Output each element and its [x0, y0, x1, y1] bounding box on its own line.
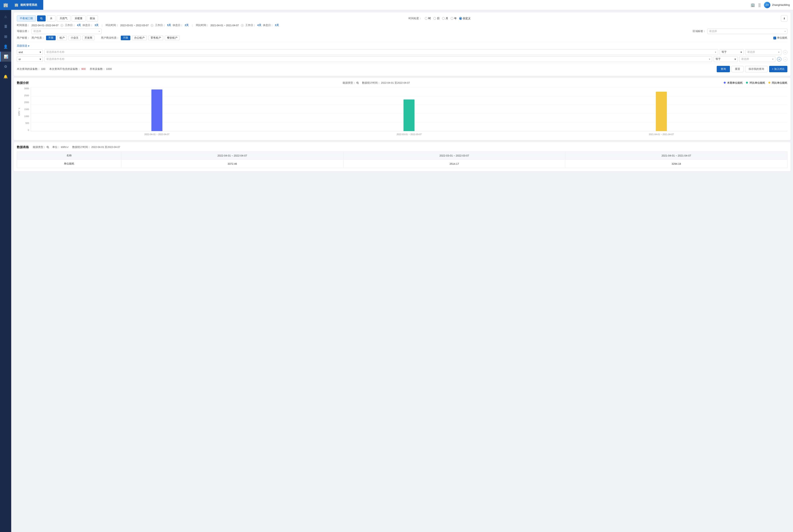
sidebar-item-alerts[interactable]: 🔔	[0, 72, 11, 82]
y-axis-label: kWh/㎡	[17, 109, 21, 116]
table-thead: 名称 2022-04-01 ~ 2022-04-07 2022-03-01 ~ …	[17, 152, 787, 159]
condition-val-1[interactable]: 请选择 ▾	[745, 49, 781, 55]
ring-info-icon[interactable]: ℹ	[151, 24, 153, 27]
advanced-filter-toggle[interactable]: 高级筛选 ▾	[17, 44, 787, 48]
energy-heat-btn[interactable]: 采暖量	[72, 15, 86, 21]
time-current-range: 2022-04-01~2022-04-07	[32, 24, 58, 27]
energy-diesel-btn[interactable]: 柴油	[87, 15, 98, 21]
energy-water-btn[interactable]: 水	[47, 15, 55, 21]
location-btn[interactable]: 不夜城三期	[17, 15, 36, 21]
grade-select[interactable]: 请选择 ▾	[32, 28, 102, 34]
granularity-month[interactable]: 月	[442, 17, 448, 20]
sidebar: 🏢 ⌂ ≣ ⊞ 👤 📊 ⚙ 🔔 ›	[0, 0, 11, 532]
property-tenant-btn[interactable]: 租户	[57, 36, 67, 40]
same-info-icon[interactable]: ℹ	[241, 24, 244, 27]
time-granularity-options: 时 日 月 年	[425, 17, 471, 20]
condition-op-2[interactable]: 等于 ▾	[714, 56, 738, 62]
bar-wrapper-2: 2022-03-01 ~ 2022-03-07	[283, 87, 535, 131]
bar-wrapper-3: 2021-04-01 ~ 2021-04-07	[535, 87, 787, 131]
grade-label: 等级分类：	[17, 30, 30, 33]
y-val-0: 0	[28, 129, 29, 131]
granularity-custom-radio	[459, 17, 462, 20]
condition-val-1-placeholder: 请选择	[747, 51, 755, 54]
condition-name-2[interactable]: 请选择条件名称 ▾	[44, 56, 712, 62]
add-compare-button[interactable]: + 加入对比	[769, 66, 787, 72]
chart-energy-type-prefix: 能源类型：	[343, 81, 356, 84]
save-query-button[interactable]: 保存我的查询	[745, 66, 768, 72]
advanced-filter-section: 高级筛选 ▾ and ▾ 请选择条件名称 ▾ 等于 ▾	[17, 42, 787, 73]
granularity-day-label: 日	[437, 17, 440, 20]
download-button[interactable]: ⬇	[781, 15, 787, 22]
same-rest-value: 3天	[275, 24, 279, 27]
sidebar-item-analysis[interactable]: ≣	[0, 22, 11, 32]
condition-logic-2-chevron-icon: ▾	[40, 58, 41, 61]
condition-logic-1[interactable]: and ▾	[17, 50, 43, 55]
business-office-btn[interactable]: 办公租户	[132, 36, 147, 40]
condition-val-2[interactable]: 请选择 ▾	[739, 56, 775, 62]
energy-electricity-btn[interactable]: 电	[37, 15, 45, 21]
property-developer-btn[interactable]: 开发商	[82, 36, 94, 40]
col-period-2: 2022-03-01 ~ 2022-03-07	[343, 152, 565, 159]
y-val-3000: 3000	[24, 87, 29, 90]
sidebar-item-home[interactable]: ⌂	[0, 12, 11, 22]
query-button[interactable]: 查询	[717, 66, 730, 72]
header-right: 🏢 ⣿ ZH ZhangHaoMing	[748, 2, 793, 8]
table-time: 数据统计时间： 2022-04-01 至2022-04-07	[72, 146, 120, 149]
total-value: 1000	[106, 68, 112, 71]
condition-name-1[interactable]: 请选择条件名称 ▾	[44, 49, 718, 55]
app-title: 能耗管理系统	[20, 3, 37, 7]
user-property-label: 用户性质：	[32, 36, 44, 40]
reports-icon: 📊	[4, 54, 8, 59]
granularity-hour[interactable]: 时	[425, 17, 431, 20]
grid-menu-icon[interactable]: ⣿	[758, 3, 761, 7]
sidebar-item-devices[interactable]: ⚙	[0, 62, 11, 72]
chart-area: kWh/㎡ 3000 2500 2000 1500 1000 500 0	[17, 87, 787, 137]
condition-op-1[interactable]: 等于 ▾	[720, 49, 744, 55]
granularity-year-label: 年	[454, 17, 457, 20]
excluded-label: 本次查询不包含的设备数：	[49, 68, 80, 71]
sidebar-item-dashboard[interactable]: ⊞	[0, 32, 11, 42]
business-food-btn[interactable]: 餐饮租户	[165, 36, 180, 40]
stats-text-section: 本次查询的设备数： 100 本次查询不包含的设备数： 900 所有设备数： 10…	[17, 67, 112, 71]
sidebar-nav: ⌂ ≣ ⊞ 👤 📊 ⚙ 🔔	[0, 12, 11, 532]
notification-icon[interactable]: 🏢	[751, 3, 755, 7]
business-retail-btn[interactable]: 零售租户	[148, 36, 163, 40]
user-section[interactable]: ZH ZhangHaoMing	[764, 2, 790, 8]
dashboard-icon: ⊞	[4, 34, 7, 39]
condition-remove-2-btn[interactable]: −	[783, 57, 787, 61]
time-current-info-icon[interactable]: ℹ	[60, 24, 63, 27]
energy-gas-btn[interactable]: 天然气	[57, 15, 71, 21]
granularity-custom[interactable]: 自定义	[459, 17, 471, 20]
condition-remove-1-btn[interactable]: −	[783, 50, 787, 54]
property-unlimited-btn[interactable]: 不限	[46, 36, 56, 40]
unit-energy-checkbox-item[interactable]: ✓ 单位能耗	[773, 36, 787, 40]
bar-1	[151, 90, 162, 131]
business-unlimited-btn[interactable]: 不限	[121, 36, 130, 40]
condition-add-btn[interactable]: +	[777, 57, 781, 61]
table-tbody: 单位能耗 3372.46 2514.17 3294.18	[17, 159, 787, 168]
condition-val-2-chevron-icon: ▾	[772, 58, 774, 61]
chart-inner: 3000 2500 2000 1500 1000 500 0	[21, 87, 787, 131]
current-count-label: 本次查询的设备数：	[17, 68, 40, 71]
chart-title: 数据分析	[17, 81, 29, 85]
granularity-day[interactable]: 日	[434, 17, 440, 20]
property-owner-btn[interactable]: 小业主	[69, 36, 81, 40]
grade-area-row: 等级分类： 请选择 ▾ 区域标签： 请选择 ▾	[17, 28, 787, 34]
energy-type-row: 不夜城三期 电 水 天然气 采暖量 柴油 时间粒度： 时	[17, 15, 787, 22]
legend-ring-label: 环比单位能耗	[750, 81, 765, 84]
condition-row-1: and ▾ 请选择条件名称 ▾ 等于 ▾ 请选择 ▾ −	[17, 49, 787, 55]
legend-same: 同比单位能耗	[768, 81, 787, 85]
rest-days-label: 休息日：	[82, 24, 93, 27]
condition-row-2: or ▾ 请选择条件名称 ▾ 等于 ▾ 请选择 ▾ +	[17, 56, 787, 62]
ring-prefix: 环比时间：	[106, 24, 118, 27]
col-name: 名称	[17, 152, 121, 159]
area-select[interactable]: 请选择 ▾	[707, 28, 787, 34]
condition-op-1-chevron-icon: ▾	[740, 51, 742, 54]
condition-val-1-chevron-icon: ▾	[778, 51, 779, 54]
chart-time-range: 2022-04-01 至2022-04-07	[381, 81, 410, 84]
sidebar-item-users[interactable]: 👤	[0, 42, 11, 52]
sidebar-item-reports[interactable]: 📊	[0, 52, 11, 62]
granularity-year[interactable]: 年	[450, 17, 457, 20]
reset-button[interactable]: 重置	[732, 66, 743, 72]
condition-logic-2[interactable]: or ▾	[17, 56, 43, 62]
